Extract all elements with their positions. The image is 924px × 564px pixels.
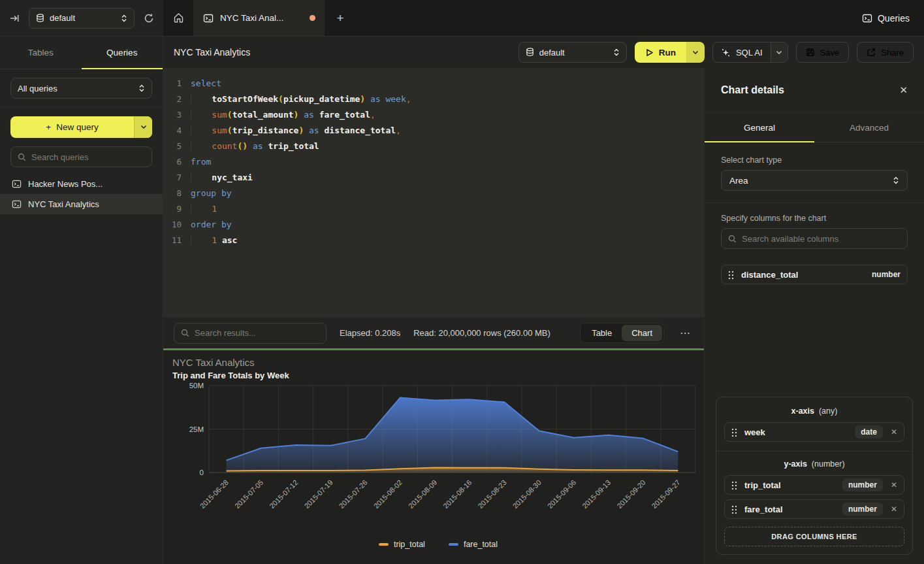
column-item-week[interactable]: weekdate✕ (724, 422, 904, 442)
run-dropdown[interactable] (686, 42, 705, 63)
remove-column-icon[interactable]: ✕ (889, 505, 897, 514)
legend-item-trip_total[interactable]: trip_total (379, 540, 425, 549)
svg-text:2015-07-05: 2015-07-05 (233, 478, 264, 510)
code-text: order by (182, 217, 232, 233)
code-token (365, 94, 370, 104)
column-name: week (744, 427, 848, 437)
code-line: 7 nyc_taxi (163, 170, 704, 186)
column-type-badge: date (855, 425, 883, 439)
save-button[interactable]: Save (796, 42, 850, 63)
sql-ai-button[interactable]: SQL AI (712, 42, 788, 63)
database-icon (36, 14, 44, 23)
line-number: 2 (163, 91, 182, 107)
line-number: 5 (163, 139, 182, 154)
line-number: 9 (163, 201, 182, 217)
line-number: 3 (163, 107, 182, 123)
read-stat: Read: 20,000,000 rows (260.00 MB) (413, 328, 550, 338)
view-table-button[interactable]: Table (582, 325, 622, 341)
code-token: as (304, 110, 314, 120)
toolbar-database-selector[interactable]: default (518, 42, 627, 63)
chevron-updown-icon (138, 84, 145, 92)
query-title: NYC Taxi Analytics (174, 47, 250, 58)
query-filter-select[interactable]: All queries (10, 78, 152, 99)
query-list: Hacker News Pos...NYC Taxi Analytics (0, 171, 163, 217)
chart-type-select[interactable]: Area (721, 170, 908, 191)
chart-section: NYC Taxi Analytics Trip and Fare Totals … (163, 350, 704, 564)
run-label: Run (659, 48, 676, 58)
sidebar: Tables Queries All queries + New query (0, 37, 163, 564)
drag-columns-drop-zone[interactable]: DRAG COLUMNS HERE (724, 527, 904, 546)
column-item-distance_total[interactable]: distance_totalnumber (721, 265, 908, 284)
drag-handle-icon[interactable] (731, 505, 738, 514)
legend-swatch (379, 543, 389, 546)
new-tab-button[interactable]: + (325, 0, 356, 36)
queries-menu-button[interactable]: Queries (848, 0, 924, 36)
code-text: nyc_taxi (182, 170, 253, 186)
code-token: sum (212, 110, 227, 120)
code-line: 2 toStartOfWeek(pickup_datetime) as week… (163, 91, 704, 107)
drag-handle-icon[interactable] (731, 481, 738, 489)
columns-search[interactable] (721, 228, 908, 249)
tab-queries[interactable]: Queries (82, 37, 163, 69)
remove-column-icon[interactable]: ✕ (889, 427, 897, 437)
view-chart-button[interactable]: Chart (622, 325, 662, 341)
columns-search-input[interactable] (742, 234, 900, 244)
code-token (191, 141, 212, 151)
query-search[interactable] (10, 146, 152, 167)
column-item-fare_total[interactable]: fare_totalnumber✕ (724, 499, 904, 519)
share-button[interactable]: Share (857, 42, 914, 63)
tab-advanced[interactable]: Advanced (814, 113, 924, 142)
tab-general[interactable]: General (705, 113, 814, 142)
code-text: select (182, 76, 221, 91)
svg-text:2015-08-09: 2015-08-09 (407, 478, 438, 510)
query-list-item[interactable]: Hacker News Pos... (0, 174, 163, 194)
database-selector[interactable]: default (29, 8, 135, 29)
code-text: 1 asc (182, 233, 237, 248)
legend-item-fare_total[interactable]: fare_total (449, 540, 498, 549)
query-toolbar: NYC Taxi Analytics default Ru (163, 37, 924, 68)
unsaved-dot (310, 15, 315, 21)
refresh-icon[interactable] (144, 13, 154, 24)
code-token: as (370, 94, 381, 104)
code-line: 6from (163, 154, 704, 170)
sql-editor[interactable]: 1select2 toStartOfWeek(pickup_datetime) … (163, 68, 704, 318)
chevron-updown-icon (121, 14, 127, 22)
svg-text:50M: 50M (189, 382, 204, 390)
drag-handle-icon[interactable] (731, 428, 738, 437)
results-search[interactable] (174, 323, 327, 344)
svg-text:2015-06-28: 2015-06-28 (199, 478, 230, 510)
close-icon[interactable]: ✕ (899, 84, 908, 96)
legend-label: trip_total (394, 540, 425, 549)
code-line: 1select (163, 76, 704, 91)
code-token: distance_total (325, 125, 396, 135)
more-options-button[interactable]: ⋯ (677, 327, 693, 339)
save-icon (806, 48, 815, 57)
new-query-dropdown[interactable] (134, 116, 152, 138)
code-token: sum (212, 125, 227, 135)
code-token: as (253, 141, 263, 151)
query-search-input[interactable] (31, 152, 146, 162)
tab-tables[interactable]: Tables (0, 37, 82, 69)
area-chart[interactable]: 025M50M2015-06-282015-07-052015-07-12201… (172, 380, 703, 539)
code-token (191, 204, 212, 214)
legend-swatch (449, 543, 458, 546)
search-icon (181, 329, 189, 337)
query-item-label: NYC Taxi Analytics (28, 199, 99, 209)
code-token: from (191, 157, 211, 167)
column-item-trip_total[interactable]: trip_totalnumber✕ (724, 475, 904, 495)
sql-ai-dropdown[interactable] (771, 42, 788, 62)
code-token: 1 (212, 235, 217, 245)
remove-column-icon[interactable]: ✕ (889, 480, 897, 489)
terminal-icon (862, 13, 872, 24)
panel-tabs: General Advanced (705, 113, 924, 142)
run-button[interactable]: Run (635, 42, 705, 63)
code-token: group by (191, 188, 232, 198)
tab-nyc-taxi-analytics[interactable]: NYC Taxi Anal... (194, 0, 325, 36)
code-token (191, 173, 212, 182)
collapse-sidebar-icon[interactable] (9, 13, 20, 24)
new-query-button[interactable]: + New query (10, 116, 152, 138)
home-button[interactable] (163, 0, 194, 36)
drag-handle-icon[interactable] (728, 271, 735, 279)
results-search-input[interactable] (195, 328, 319, 338)
query-list-item[interactable]: NYC Taxi Analytics (0, 194, 163, 214)
